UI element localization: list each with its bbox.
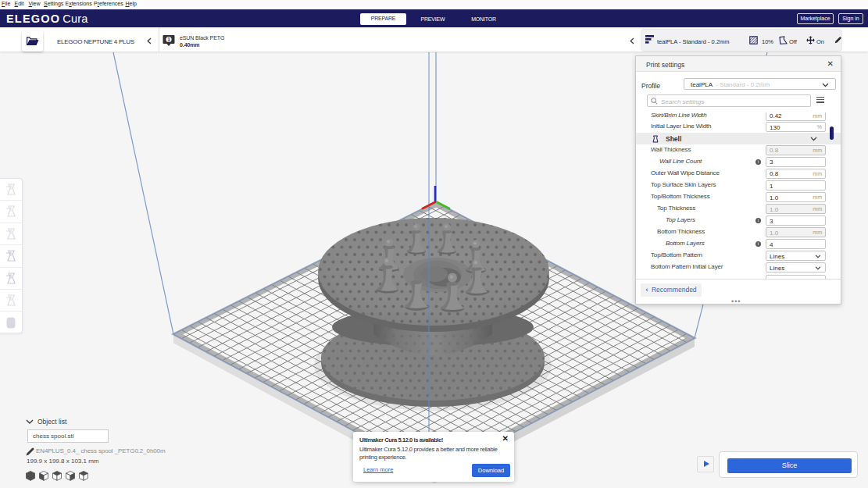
svg-text:1: 1 — [167, 37, 170, 42]
